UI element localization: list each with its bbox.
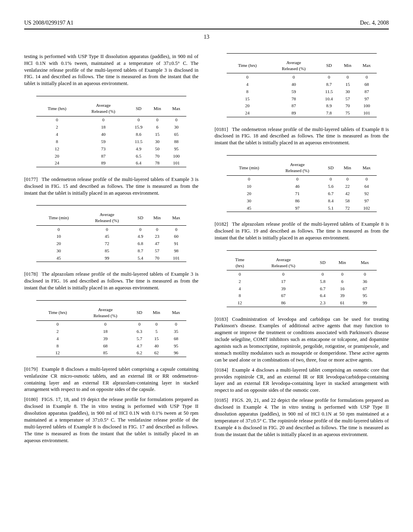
table-row: 45995.470101 <box>36 254 186 262</box>
paragraph-0184: [0184]Example 4 discloses a multi-layere… <box>215 367 389 394</box>
table-cell: 102 <box>357 204 377 212</box>
table-header: Max <box>167 101 186 116</box>
table-header: AverageReleased (%) <box>253 255 314 270</box>
paragraph-tag: [0180] <box>24 396 38 403</box>
paragraph-text: FIGS. 17, 18, and 19 depict the release … <box>24 397 198 443</box>
table-cell: 12 <box>36 349 79 357</box>
table-cell: 0 <box>79 320 131 328</box>
table-cell: 87 <box>357 88 377 95</box>
table-header: SD <box>319 58 338 73</box>
table-cell: 71 <box>271 190 323 197</box>
table-header: Max <box>357 160 377 175</box>
table-cell: 6.4 <box>129 160 148 167</box>
paragraph-0181: [0181]The ondensetron release profile of… <box>215 126 389 147</box>
table-cell: 30 <box>338 88 357 95</box>
table-cell: 67 <box>253 292 314 299</box>
table-cell: 91 <box>166 240 186 247</box>
table-cell: 2.3 <box>314 299 331 307</box>
table-cell: 78 <box>268 95 319 102</box>
table-cell: 4.9 <box>133 233 148 240</box>
table-cell: 20 <box>227 190 271 197</box>
table-cell: 0 <box>77 116 129 123</box>
paragraph-0179: [0179]Example 8 discloses a multi-layere… <box>24 366 198 393</box>
table-cell: 16 <box>332 285 353 292</box>
table-cell: 10.4 <box>319 95 338 102</box>
table-cell: 30 <box>167 124 186 131</box>
paragraph-tag: [0183] <box>215 316 228 323</box>
table-cell: 15 <box>148 131 166 138</box>
table-cell: 42 <box>338 190 357 197</box>
table-row: 20876.570100 <box>36 152 186 160</box>
table-cell: 39 <box>253 285 314 292</box>
table-cell: 15.9 <box>129 124 148 131</box>
table-header: Max <box>357 58 377 73</box>
table-cell: 70 <box>338 102 357 110</box>
table-cell: 5.7 <box>132 335 147 342</box>
table-cell: 0 <box>253 270 314 278</box>
table-cell: 0 <box>36 226 81 233</box>
paragraph-text: The ondensetron release profile of the m… <box>24 177 198 196</box>
table-header: SD <box>133 210 148 225</box>
table-cell: 101 <box>166 254 186 262</box>
table-cell: 2 <box>36 328 79 335</box>
table-cell: 50 <box>148 145 166 152</box>
table-cell: 11.5 <box>129 138 148 145</box>
table-cell: 5.4 <box>133 254 148 262</box>
table-cell: 0 <box>129 116 148 123</box>
table-cell: 96 <box>166 349 186 357</box>
table-cell: 0 <box>227 270 253 278</box>
table-cell: 65 <box>167 131 186 138</box>
paragraph-tag: [0184] <box>215 367 228 374</box>
table-cell: 20 <box>36 152 77 160</box>
table-cell: 4 <box>227 81 268 88</box>
table-cell: 39 <box>332 292 353 299</box>
table-cell: 61 <box>332 299 353 307</box>
table-cell: 46 <box>271 183 323 190</box>
table-row: 20878.970100 <box>227 102 377 110</box>
table-cell: 95 <box>166 342 186 349</box>
table-cell: 6.2 <box>132 349 147 357</box>
table-cell: 72 <box>81 240 133 247</box>
table-row: 00000 <box>227 175 377 183</box>
table-cell: 8.7 <box>319 81 338 88</box>
table-cell: 60 <box>166 233 186 240</box>
paragraph-tag: [0178] <box>24 271 38 278</box>
publication-number: US 2008/0299197 A1 <box>24 19 73 27</box>
table-cell: 99 <box>353 299 377 307</box>
paragraph-text: Coadministration of levodopa and carbido… <box>215 316 389 363</box>
table-cell: 0 <box>357 175 377 183</box>
table-cell: 0 <box>227 175 271 183</box>
table-cell: 6.7 <box>314 285 331 292</box>
table-cell: 0 <box>353 270 377 278</box>
table-cell: 101 <box>167 160 186 167</box>
table-cell: 40 <box>147 342 166 349</box>
table-3: Time (hrs)AverageReleased (%)SDMinMax000… <box>36 300 186 357</box>
publication-date: Dec. 4, 2008 <box>360 19 389 27</box>
table-header: Min <box>338 58 357 73</box>
table-row: 12734.95095 <box>36 145 186 152</box>
table-row: 20726.84791 <box>36 240 186 247</box>
table-cell: 8.9 <box>319 102 338 110</box>
table-header: Time (hrs) <box>227 58 268 73</box>
table-header: Max <box>166 210 186 225</box>
paragraph-0178: [0178]The alprazolam release profile of … <box>24 271 198 291</box>
table-cell: 12 <box>227 299 253 307</box>
table-cell: 5 <box>147 328 166 335</box>
table-cell: 45 <box>36 254 81 262</box>
table-cell: 0 <box>133 226 148 233</box>
header-rule <box>24 29 389 29</box>
table-cell: 20 <box>36 240 81 247</box>
table-cell: 92 <box>357 190 377 197</box>
table-cell: 0 <box>166 320 186 328</box>
table-cell: 30 <box>227 197 271 204</box>
table-cell: 15 <box>227 95 268 102</box>
table-row: 4408.71568 <box>227 81 377 88</box>
table-cell: 8.4 <box>323 197 338 204</box>
table-row: 00000 <box>227 73 377 81</box>
table-cell: 24 <box>36 160 77 167</box>
table-row: 8676.43995 <box>227 292 377 299</box>
paragraph-0182: [0182]The alprazolam release profile of … <box>215 221 389 241</box>
table-cell: 10 <box>227 183 271 190</box>
table-cell: 78 <box>148 160 166 167</box>
table-row: 00000 <box>227 270 377 278</box>
